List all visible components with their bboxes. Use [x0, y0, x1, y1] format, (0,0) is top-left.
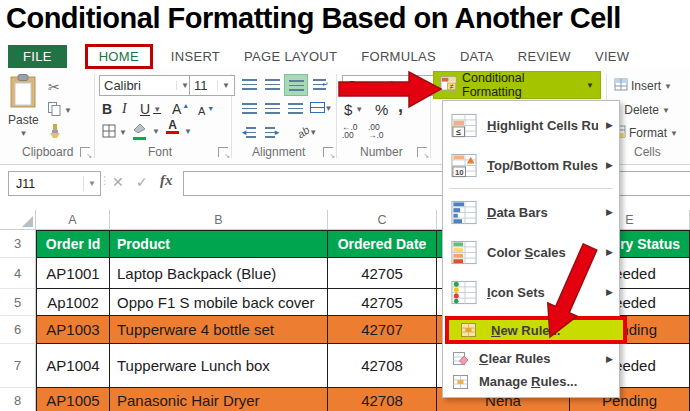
cell-A8[interactable]: AP1005 [36, 388, 110, 411]
menu-item-data-bars[interactable]: Data Bars▶ [443, 192, 619, 232]
font-color-dropdown[interactable]: ▼ [184, 121, 192, 141]
cell-C5[interactable]: 42705 [328, 289, 437, 316]
merge-center-button[interactable]: ▼ [307, 98, 335, 118]
italic-button[interactable]: I [122, 99, 127, 119]
manage-rules-icon [449, 374, 471, 390]
comma-format-button[interactable]: , [398, 96, 403, 116]
menu-item-manage-rules[interactable]: Manage Rules... [443, 370, 619, 393]
insert-cells-button[interactable]: Insert▼ [614, 76, 672, 96]
wrap-text-button[interactable]: ↵ [310, 74, 332, 94]
increase-font-size-button[interactable]: A▲ [172, 99, 189, 119]
cut-button[interactable]: ✂ [48, 77, 60, 97]
name-box[interactable]: J11 ▼ [8, 171, 101, 196]
underline-button[interactable]: U▼ [140, 99, 161, 119]
cancel-formula-button[interactable]: ✕ [112, 174, 124, 190]
ribbon-tab-page-layout[interactable]: PAGE LAYOUT [244, 49, 337, 64]
align-middle-button[interactable] [261, 74, 283, 94]
cell-B6[interactable]: Tupperware 4 bottle set [110, 316, 328, 344]
menu-item-clear-rules[interactable]: Clear Rules▶ [443, 347, 619, 370]
row-header-3[interactable]: 3 [0, 230, 36, 258]
font-group-label: Font [148, 145, 172, 159]
row-header-6[interactable]: 6 [0, 316, 36, 344]
currency-format-button[interactable]: $▼ [344, 99, 363, 119]
select-all-corner[interactable] [0, 210, 36, 230]
decrease-indent-button[interactable]: ◂ [238, 122, 260, 142]
cell-A7[interactable]: AP1004 [36, 344, 110, 388]
column-header-C[interactable]: C [328, 210, 437, 230]
align-bottom-icon [289, 80, 304, 91]
ribbon-tab-view[interactable]: VIEW [595, 49, 629, 64]
copy-button[interactable]: ▼ [48, 100, 72, 120]
align-center-button[interactable] [261, 98, 283, 118]
align-bottom-button[interactable] [284, 74, 308, 96]
wrap-arrow: ↵ [322, 80, 329, 89]
align-right-button[interactable] [284, 98, 306, 118]
format-painter-button[interactable] [48, 122, 61, 142]
increase-indent-button[interactable]: ▸ [261, 122, 283, 142]
menu-item-highlight-cells-rules[interactable]: ≤Highlight Cells Rules▶ [443, 105, 619, 145]
row-header-7[interactable]: 7 [0, 344, 36, 388]
align-left-button[interactable] [238, 98, 260, 118]
group-divider [94, 74, 95, 158]
percent-format-button[interactable]: % [375, 99, 388, 119]
chevron-down-icon: ▼ [152, 127, 160, 136]
fill-color-button[interactable] [132, 122, 147, 142]
cell-B7[interactable]: Tupperware Lunch box [110, 344, 328, 388]
row-header-5[interactable]: 5 [0, 289, 36, 316]
orientation-button[interactable]: ab▼ [292, 122, 322, 142]
percent-label: % [375, 101, 388, 118]
cell-C7[interactable]: 42708 [328, 344, 437, 388]
decrease-decimal-button[interactable]: .00→.0 [368, 121, 384, 141]
enter-formula-button[interactable]: ✓ [136, 174, 148, 190]
column-header-B[interactable]: B [110, 210, 328, 230]
font-color-button[interactable]: A [166, 120, 179, 140]
alignment-dialog-launcher-icon[interactable] [323, 147, 333, 157]
format-label: Format [629, 126, 667, 140]
clipboard-dialog-launcher-icon[interactable] [80, 147, 90, 157]
menu-item-label: Icon Sets [487, 285, 545, 300]
format-cells-button[interactable]: Format▼ [612, 123, 678, 143]
paste-button[interactable]: Paste ▼ [8, 74, 39, 138]
increase-decimal-button[interactable]: ←.0.00 [342, 121, 358, 141]
cell-A4[interactable]: AP1001 [36, 258, 110, 289]
row-header-4[interactable]: 4 [0, 258, 36, 289]
row-header-8[interactable]: 8 [0, 388, 36, 411]
column-header-A[interactable]: A [36, 210, 110, 230]
fill-color-icon [132, 122, 147, 136]
ribbon-tab-home[interactable]: HOME [85, 44, 153, 69]
cell-A3[interactable]: Order Id [36, 230, 110, 258]
cell-A5[interactable]: Ap1002 [36, 289, 110, 316]
conditional-formatting-button[interactable]: ≠ Conditional Formatting ▼ [433, 71, 601, 99]
number-format-combo[interactable]: General▼ [342, 75, 434, 96]
ribbon-tab-formulas[interactable]: FORMULAS [361, 49, 436, 64]
cell-C8[interactable]: 42708 [328, 388, 437, 411]
cell-C4[interactable]: 42705 [328, 258, 437, 289]
number-dialog-launcher-icon[interactable] [417, 147, 427, 157]
borders-button[interactable]: ▼ [102, 122, 127, 142]
menu-item-color-scales[interactable]: Color Scales▶ [443, 232, 619, 272]
ribbon-tab-review[interactable]: REVIEW [518, 49, 571, 64]
ribbon-tab-file[interactable]: FILE [8, 45, 67, 68]
menu-item-icon-sets[interactable]: Icon Sets▶ [443, 272, 619, 312]
cell-B4[interactable]: Laptop Backpack (Blue) [110, 258, 328, 289]
align-top-button[interactable] [238, 74, 260, 94]
cell-A6[interactable]: AP1003 [36, 316, 110, 344]
delete-cells-button[interactable]: ✕ Delete▼ [612, 100, 670, 120]
decrease-font-size-button[interactable]: A▼ [198, 101, 214, 121]
font-color-letter: A [168, 120, 177, 131]
bold-button[interactable]: B [102, 99, 112, 119]
ribbon-tab-data[interactable]: DATA [460, 49, 494, 64]
fill-color-dropdown[interactable]: ▼ [152, 121, 160, 141]
insert-function-button[interactable]: fx [160, 172, 173, 189]
font-dialog-launcher-icon[interactable] [218, 147, 228, 157]
cell-B5[interactable]: Oppo F1 S mobile back cover [110, 289, 328, 316]
cell-B3[interactable]: Product [110, 230, 328, 258]
font-name-combo[interactable]: Calibri▼ [99, 75, 194, 96]
cell-C3[interactable]: Ordered Date [328, 230, 437, 258]
ribbon-tab-insert[interactable]: INSERT [171, 49, 220, 64]
font-size-combo[interactable]: 11▼ [189, 75, 235, 96]
cell-C6[interactable]: 42707 [328, 316, 437, 344]
cell-B8[interactable]: Panasonic Hair Dryer [110, 388, 328, 411]
menu-item-new-rule[interactable]: New Rule... [445, 316, 627, 344]
menu-item-top-bottom-rules[interactable]: 10Top/Bottom Rules▶ [443, 145, 619, 185]
